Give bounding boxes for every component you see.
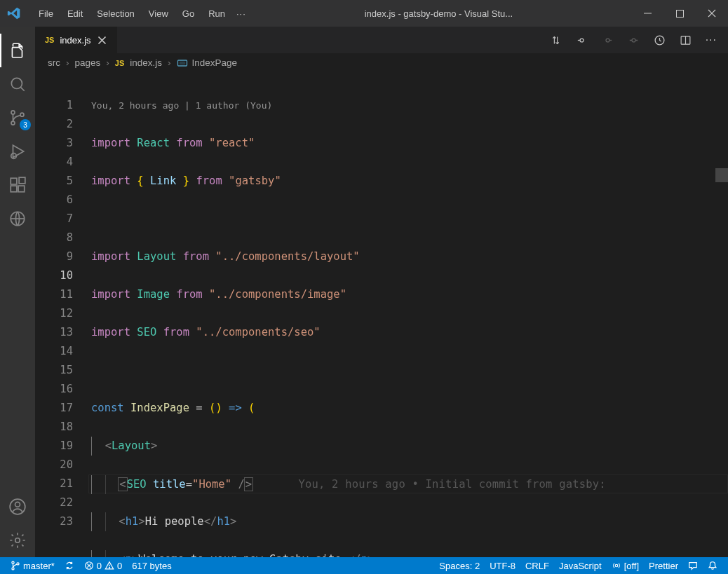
- window-close-button[interactable]: [696, 0, 728, 27]
- activity-extensions[interactable]: [0, 168, 35, 202]
- status-encoding[interactable]: UTF-8: [485, 557, 520, 574]
- svg-point-25: [109, 568, 110, 568]
- editor-actions: ···: [539, 27, 728, 53]
- codelens-authors[interactable]: You, 2 hours ago | 1 author (You): [91, 96, 728, 115]
- svg-point-16: [632, 39, 635, 42]
- svg-rect-9: [19, 177, 25, 184]
- chevron-right-icon: ›: [66, 57, 69, 68]
- menu-go[interactable]: Go: [175, 6, 201, 22]
- window-title: index.js - gatsby-demo - Visual Stu...: [246, 8, 631, 19]
- svg-rect-8: [18, 186, 25, 192]
- inline-blame-annotation: You, 2 hours ago • Initial commit from g…: [298, 478, 605, 491]
- activity-bar: 3: [0, 27, 35, 557]
- revert-change-disabled-icon: [628, 34, 640, 46]
- svg-rect-6: [11, 178, 17, 184]
- toggle-file-blame-icon[interactable]: [654, 34, 666, 46]
- chevron-right-icon: ›: [168, 57, 171, 68]
- tab-close-button[interactable]: [97, 35, 107, 46]
- svg-point-2: [11, 111, 15, 114]
- breadcrumbs[interactable]: src › pages › JS index.js › IndexPage: [35, 53, 728, 73]
- status-golive[interactable]: [off]: [607, 557, 644, 574]
- svg-rect-7: [11, 186, 17, 192]
- status-language[interactable]: JavaScript: [554, 557, 607, 574]
- breadcrumb-file[interactable]: index.js: [130, 57, 162, 68]
- activity-source-control[interactable]: 3: [0, 101, 35, 135]
- status-sync[interactable]: [60, 557, 79, 574]
- activity-run-debug[interactable]: [0, 135, 35, 168]
- editor-tabs: JS index.js ···: [35, 27, 728, 53]
- tab-filename: index.js: [60, 35, 90, 46]
- more-actions-icon[interactable]: ···: [706, 34, 717, 46]
- svg-rect-0: [676, 10, 683, 17]
- editor-group: JS index.js ··· src: [35, 27, 728, 557]
- status-branch[interactable]: master*: [6, 557, 60, 574]
- menu-run[interactable]: Run: [201, 6, 232, 22]
- menu-edit[interactable]: Edit: [60, 6, 90, 22]
- tab-index-js[interactable]: JS index.js: [35, 27, 118, 53]
- menu-selection[interactable]: Selection: [90, 6, 141, 22]
- symbol-variable-icon: [177, 57, 188, 69]
- vscode-logo-icon: [7, 6, 21, 20]
- activity-settings[interactable]: [0, 524, 35, 557]
- split-editor-icon[interactable]: [680, 34, 692, 46]
- svg-point-3: [11, 121, 15, 125]
- breadcrumb-folder[interactable]: pages: [75, 57, 101, 68]
- menu-overflow[interactable]: ···: [236, 8, 246, 19]
- next-change-disabled-icon: [602, 34, 614, 46]
- svg-point-4: [20, 113, 24, 116]
- window-maximize-button[interactable]: [663, 0, 696, 27]
- svg-point-12: [15, 502, 20, 507]
- breadcrumb-symbol[interactable]: IndexPage: [192, 57, 238, 68]
- line-number-gutter: 123 456 789 10 111213 141516 171819 2021…: [35, 73, 91, 557]
- svg-point-26: [615, 564, 618, 567]
- status-filesize[interactable]: 617 bytes: [127, 557, 176, 574]
- js-file-icon: JS: [45, 36, 54, 44]
- status-problems[interactable]: 0 0: [79, 557, 127, 574]
- code-content[interactable]: You, 2 hours ago | 1 author (You) import…: [91, 73, 728, 557]
- js-file-icon: JS: [115, 59, 124, 67]
- text-editor[interactable]: 123 456 789 10 111213 141516 171819 2021…: [35, 73, 728, 557]
- activity-account[interactable]: [0, 490, 35, 524]
- svg-point-21: [12, 561, 14, 563]
- activity-remote[interactable]: [0, 202, 35, 235]
- window-minimize-button[interactable]: [631, 0, 663, 27]
- svg-point-22: [12, 568, 14, 570]
- svg-point-23: [17, 563, 19, 565]
- status-indent[interactable]: Spaces: 2: [434, 557, 485, 574]
- compare-changes-icon[interactable]: [550, 34, 562, 46]
- svg-point-1: [11, 78, 22, 88]
- status-prettier[interactable]: Prettier: [644, 557, 683, 574]
- prev-change-icon[interactable]: [576, 34, 588, 46]
- menu-file[interactable]: File: [32, 6, 60, 22]
- activity-search[interactable]: [0, 67, 35, 101]
- menu-view[interactable]: View: [142, 6, 175, 22]
- svg-point-13: [15, 538, 20, 543]
- chevron-right-icon: ›: [106, 57, 109, 68]
- menu-bar: File Edit Selection View Go Run: [32, 6, 232, 22]
- title-bar: File Edit Selection View Go Run ··· inde…: [0, 0, 728, 27]
- status-notifications[interactable]: [703, 557, 722, 574]
- svg-rect-20: [180, 62, 184, 64]
- status-eol[interactable]: CRLF: [520, 557, 554, 574]
- svg-point-14: [580, 39, 584, 42]
- current-line: <SEO title="Home" /> You, 2 hours ago • …: [88, 474, 728, 493]
- source-control-badge: 3: [20, 119, 31, 130]
- status-bar: master* 0 0 617 bytes Spaces: 2 UTF-8 CR…: [0, 557, 728, 574]
- svg-point-15: [606, 39, 609, 42]
- overview-ruler-marker[interactable]: [715, 168, 728, 182]
- breadcrumb-folder[interactable]: src: [48, 57, 60, 68]
- status-feedback[interactable]: [683, 557, 703, 574]
- activity-explorer[interactable]: [0, 34, 35, 67]
